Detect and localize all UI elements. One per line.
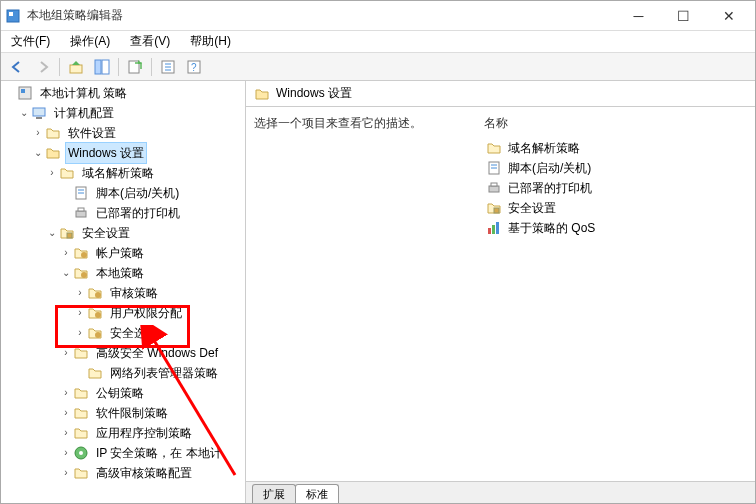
tree-label: 用户权限分配 [107,302,185,324]
tab-extended[interactable]: 扩展 [252,484,296,503]
expand-icon[interactable]: › [73,323,87,343]
folder-icon [87,365,103,381]
menu-view[interactable]: 查看(V) [124,31,176,52]
tree-root[interactable]: 本地计算机 策略 [3,83,246,103]
tree-pane[interactable]: 本地计算机 策略 ⌄ 计算机配置 › 软件设置 ⌄ Windows 设置 [1,81,246,503]
tree-public-key[interactable]: › 公钥策略 [3,383,246,403]
tab-standard[interactable]: 标准 [295,484,339,503]
back-button[interactable] [5,56,29,78]
title-bar: 本地组策略编辑器 ─ ☐ ✕ [1,1,755,31]
tree-label: 域名解析策略 [79,162,157,184]
folder-icon [73,405,89,421]
tree-network-list[interactable]: 网络列表管理器策略 [3,363,246,383]
tree-label: 脚本(启动/关机) [93,182,182,204]
policy-folder-icon [87,305,103,321]
folder-icon [59,165,75,181]
forward-button[interactable] [31,56,55,78]
expand-icon[interactable]: › [31,123,45,143]
expand-icon[interactable]: › [59,403,73,423]
svg-point-23 [79,451,83,455]
list-item[interactable]: 基于策略的 QoS [484,218,747,238]
list-item[interactable]: 已部署的打印机 [484,178,747,198]
tree-local-policy[interactable]: ⌄ 本地策略 [3,263,246,283]
column-name[interactable]: 名称 [484,115,747,132]
tree-label: 安全选项 [107,322,161,344]
svg-rect-25 [489,186,499,192]
svg-rect-14 [76,211,86,217]
collapse-icon[interactable]: ⌄ [31,143,45,163]
list-item[interactable]: 安全设置 [484,198,747,218]
tree-software-restriction[interactable]: › 软件限制策略 [3,403,246,423]
collapse-icon[interactable]: ⌄ [59,263,73,283]
policy-folder-icon [87,285,103,301]
minimize-button[interactable]: ─ [616,2,661,30]
svg-rect-4 [102,60,109,74]
folder-icon [45,125,61,141]
expand-icon[interactable]: › [59,383,73,403]
list-item[interactable]: 域名解析策略 [484,138,747,158]
folder-icon [73,465,89,481]
tree-scripts[interactable]: 脚本(启动/关机) [3,183,246,203]
show-hide-tree-button[interactable] [90,56,114,78]
app-window: 本地组策略编辑器 ─ ☐ ✕ 文件(F) 操作(A) 查看(V) 帮助(H) ? [0,0,756,504]
expand-icon[interactable]: › [59,443,73,463]
tree-account-policy[interactable]: › 帐户策略 [3,243,246,263]
expand-icon[interactable]: › [59,423,73,443]
toolbar-sep [151,58,152,76]
folder-icon [73,425,89,441]
collapse-icon[interactable]: ⌄ [17,103,31,123]
maximize-button[interactable]: ☐ [661,2,706,30]
folder-open-icon [45,145,61,161]
svg-text:?: ? [191,62,197,73]
menu-bar: 文件(F) 操作(A) 查看(V) 帮助(H) [1,31,755,53]
tree-ip-security[interactable]: › IP 安全策略，在 本地计 [3,443,246,463]
tree-label: 网络列表管理器策略 [107,362,221,384]
printer-icon [73,205,89,221]
tree-security-options[interactable]: › 安全选项 [3,323,246,343]
tree-label: 本地策略 [93,262,147,284]
expand-icon[interactable]: › [59,243,73,263]
expand-icon[interactable]: › [73,283,87,303]
expand-icon[interactable]: › [59,463,73,483]
policy-folder-icon [87,325,103,341]
tree-security-settings[interactable]: ⌄ 安全设置 [3,223,246,243]
list-item[interactable]: 脚本(启动/关机) [484,158,747,178]
tree-app-control[interactable]: › 应用程序控制策略 [3,423,246,443]
close-button[interactable]: ✕ [706,2,751,30]
item-label: 域名解析策略 [508,140,580,157]
tree-user-rights[interactable]: › 用户权限分配 [3,303,246,323]
tree-label: 本地计算机 策略 [37,82,130,104]
help-button[interactable]: ? [182,56,206,78]
collapse-icon[interactable]: ⌄ [45,223,59,243]
tree-audit-policy[interactable]: › 审核策略 [3,283,246,303]
menu-action[interactable]: 操作(A) [64,31,116,52]
tree-dns-policy[interactable]: › 域名解析策略 [3,163,246,183]
security-icon [59,225,75,241]
menu-file[interactable]: 文件(F) [5,31,56,52]
svg-rect-1 [9,12,13,16]
expand-icon[interactable]: › [45,163,59,183]
svg-point-17 [81,252,87,258]
svg-point-20 [95,312,101,318]
refresh-button[interactable] [156,56,180,78]
item-list: 名称 域名解析策略 脚本(启动/关机) 已部署的打印机 [484,115,747,473]
tree-label: 软件限制策略 [93,402,171,424]
up-button[interactable] [64,56,88,78]
svg-rect-16 [67,233,72,238]
tree-software-settings[interactable]: › 软件设置 [3,123,246,143]
expand-icon[interactable]: › [59,343,73,363]
tree-advanced-audit[interactable]: › 高级审核策略配置 [3,463,246,483]
item-label: 脚本(启动/关机) [508,160,591,177]
svg-point-21 [95,332,101,338]
export-button[interactable] [123,56,147,78]
path-title: Windows 设置 [276,85,352,102]
tree-windows-defender[interactable]: › 高级安全 Windows Def [3,343,246,363]
svg-rect-30 [496,222,499,234]
menu-help[interactable]: 帮助(H) [184,31,237,52]
item-label: 基于策略的 QoS [508,220,595,237]
tree-label: 安全设置 [79,222,133,244]
tree-printers[interactable]: 已部署的打印机 [3,203,246,223]
tree-computer-config[interactable]: ⌄ 计算机配置 [3,103,246,123]
expand-icon[interactable]: › [73,303,87,323]
tree-windows-settings[interactable]: ⌄ Windows 设置 [3,143,246,163]
